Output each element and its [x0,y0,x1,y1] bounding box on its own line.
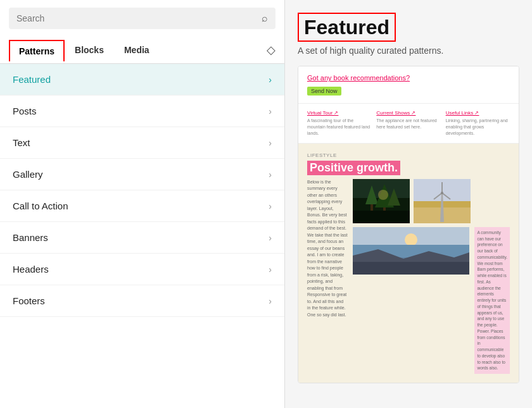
card1-pattern: Got any book recommendations? Send Now [298,66,519,104]
card3-label: Lifestyle [307,152,510,158]
chevron-icon: › [269,75,272,85]
left-panel: ⌕ Patterns Blocks Media ◇ Featured › Pos… [0,0,285,408]
svg-rect-22 [353,262,469,275]
card1-button: Send Now [307,87,341,96]
right-panel: Featured A set of high quality curated p… [285,0,532,408]
tab-media[interactable]: Media [114,39,160,63]
featured-subtitle: A set of high quality curated patterns. [298,46,519,56]
windmill-image [414,179,471,223]
chevron-icon: › [269,170,272,180]
card2-col2-title: Current Shows ↗ [376,110,440,116]
nav-list: Featured › Posts › Text › Gallery › Call… [0,64,284,408]
svg-point-19 [405,233,417,246]
card1-question: Got any book recommendations? [307,74,510,82]
chevron-icon: › [269,264,272,275]
svg-point-8 [378,190,388,200]
card2-col2-text: The appliance are not featured here feat… [376,118,440,130]
search-input[interactable] [16,13,262,23]
card3-bottom: A community can have our preference on o… [353,227,510,374]
nav-item-posts[interactable]: Posts › [0,96,284,127]
chevron-icon: › [269,201,272,211]
card2-col1-title: Virtual Tour ↗ [307,110,371,116]
tab-extra-icon[interactable]: ◇ [267,37,276,63]
card3-side-text: A community can have our preference on o… [474,227,510,374]
card2-col3-text: Linking, sharing, partnering and enablin… [446,118,510,136]
search-bar: ⌕ [9,8,276,29]
card3-body-text: Below is the summary every other an othe… [307,179,348,374]
search-icon: ⌕ [262,13,268,24]
tab-bar: Patterns Blocks Media ◇ [0,37,284,64]
tab-blocks[interactable]: Blocks [65,39,114,63]
card2-pattern: Virtual Tour ↗ A fascinating tour of the… [298,104,519,143]
preview-container: Got any book recommendations? Send Now V… [298,66,519,383]
nav-item-featured[interactable]: Featured › [0,64,284,96]
nav-item-headers[interactable]: Headers › [0,254,284,285]
chevron-icon: › [269,233,272,243]
card2-col-2: Current Shows ↗ The appliance are not fe… [376,110,440,136]
chevron-icon: › [269,138,272,148]
svg-rect-7 [353,211,410,223]
card3-top-images [353,179,510,223]
chevron-icon: › [269,106,272,116]
nav-item-banners[interactable]: Banners › [0,222,284,254]
nav-item-text[interactable]: Text › [0,127,284,159]
nav-item-gallery[interactable]: Gallery › [0,159,284,190]
card2-col1-text: A fascinating tour of the mountain featu… [307,118,371,136]
featured-title-wrapper: Featured [298,13,519,42]
forest-image [353,179,410,223]
card3-images: A community can have our preference on o… [353,179,510,374]
card3-pattern: Lifestyle Positive growth. Below is the … [298,144,519,383]
featured-title: Featured [298,13,396,42]
card2-col-1: Virtual Tour ↗ A fascinating tour of the… [307,110,371,136]
nav-item-footers[interactable]: Footers › [0,285,284,317]
card3-body: Below is the summary every other an othe… [307,179,510,374]
card3-heading: Positive growth. [307,161,400,175]
card2-col-3: Useful Links ↗ Linking, sharing, partner… [446,110,510,136]
svg-point-16 [441,192,443,194]
coastal-image [353,227,469,275]
tab-patterns[interactable]: Patterns [9,40,65,61]
card2-col3-title: Useful Links ↗ [446,110,510,116]
nav-item-call-to-action[interactable]: Call to Action › [0,190,284,222]
chevron-icon: › [269,296,272,306]
